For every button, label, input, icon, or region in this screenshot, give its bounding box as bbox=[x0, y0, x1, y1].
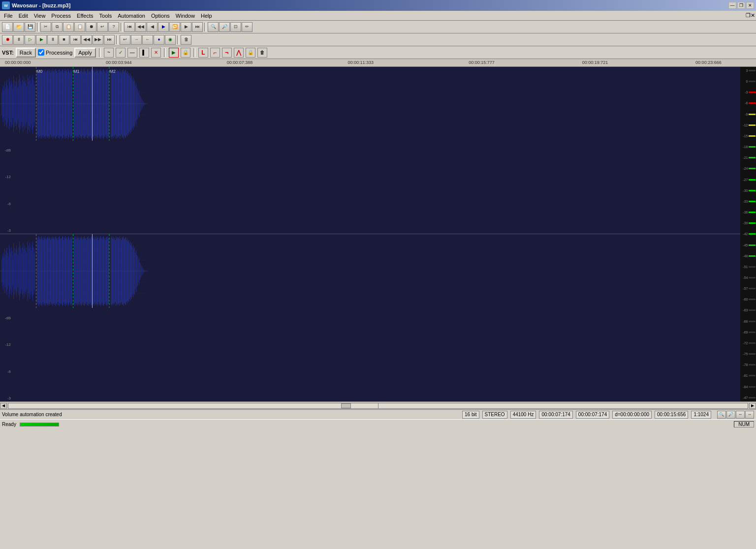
paste2-btn[interactable]: 📋 bbox=[74, 22, 85, 32]
svg-rect-90 bbox=[65, 69, 65, 139]
stop-btn[interactable]: ■ bbox=[59, 35, 69, 45]
skip-fwd-btn[interactable]: ⏭ bbox=[192, 22, 203, 32]
vst-dash-btn[interactable]: — bbox=[127, 48, 137, 58]
svg-rect-52 bbox=[37, 71, 37, 137]
svg-text:M0: M0 bbox=[36, 69, 43, 74]
scroll-right-btn[interactable]: ▶ bbox=[749, 403, 756, 409]
channel-bottom[interactable]: -3 -6 -12 -dB -12 -6 -3 bbox=[0, 234, 740, 401]
vst-lock2-btn[interactable]: 🔒 bbox=[246, 48, 255, 58]
menu-help[interactable]: Help bbox=[198, 12, 215, 20]
vst-lock-btn[interactable]: 🔒 bbox=[181, 48, 190, 58]
vst-fade3-btn[interactable]: ¬ bbox=[222, 48, 232, 58]
save-btn[interactable]: 💾 bbox=[25, 22, 35, 32]
zoom-out-btn[interactable]: 🔎 bbox=[219, 22, 230, 32]
copy-btn[interactable]: ⧉ bbox=[52, 22, 63, 32]
zoom-h-in-btn[interactable]: ↔ bbox=[745, 411, 754, 419]
loop-btn[interactable]: 🔁 bbox=[169, 22, 180, 32]
menu-file[interactable]: File bbox=[1, 12, 16, 20]
vst-check-btn[interactable]: ✓ bbox=[116, 48, 126, 58]
zoom-fit-btn[interactable]: ⊡ bbox=[230, 22, 241, 32]
loop2-btn[interactable]: ↩ bbox=[120, 35, 130, 45]
play-sel-btn[interactable]: ▶ bbox=[158, 22, 169, 32]
menu-options[interactable]: Options bbox=[148, 12, 173, 20]
svg-rect-278 bbox=[50, 238, 50, 305]
svg-rect-371 bbox=[121, 240, 122, 302]
zoom-out-btn2[interactable]: 🔍 bbox=[717, 411, 726, 419]
waveform-container[interactable]: -3 -6 -12 -dB -12 -6 -3 bbox=[0, 67, 740, 401]
menu-edit[interactable]: Edit bbox=[16, 12, 31, 20]
svg-rect-154 bbox=[115, 73, 116, 135]
vst-fade-btn[interactable]: L bbox=[198, 48, 208, 58]
vst-processing-check[interactable]: Processing bbox=[38, 49, 72, 56]
zoom-h-out-btn[interactable]: ↔ bbox=[736, 411, 745, 419]
paste-btn[interactable]: 📋 bbox=[63, 22, 74, 32]
processing-checkbox[interactable] bbox=[38, 49, 44, 56]
menu-window[interactable]: Window bbox=[173, 12, 198, 20]
menu-tools[interactable]: Tools bbox=[96, 12, 115, 20]
inner-close-button[interactable]: ✕ bbox=[751, 12, 755, 19]
restore-button[interactable]: ❐ bbox=[737, 2, 745, 9]
channel-top[interactable]: -3 -6 -12 -dB -12 -6 -3 bbox=[0, 67, 740, 234]
vst-x-btn[interactable]: ✕ bbox=[151, 48, 161, 58]
play-short-btn[interactable]: ▷ bbox=[25, 35, 35, 45]
vst-wave-btn[interactable]: ~ bbox=[104, 48, 114, 58]
menu-process[interactable]: Process bbox=[48, 12, 74, 20]
horizontal-scrollbar[interactable] bbox=[8, 403, 748, 409]
to-end-btn[interactable]: ⏭ bbox=[104, 35, 115, 45]
vst-play-btn[interactable]: ▶ bbox=[169, 48, 179, 58]
svg-rect-302 bbox=[67, 240, 68, 303]
scroll-left-btn[interactable]: ◀ bbox=[0, 403, 7, 409]
inner-restore-button[interactable]: ❐ bbox=[746, 12, 751, 19]
vu-meter: 3 0 -3 -6 -9 bbox=[740, 67, 756, 401]
scroll-center-mark bbox=[378, 403, 378, 408]
svg-rect-20 bbox=[12, 83, 12, 124]
undo-btn[interactable]: ↩ bbox=[97, 22, 108, 32]
help-btn[interactable]: ? bbox=[108, 22, 119, 32]
svg-rect-134 bbox=[99, 70, 99, 138]
to-marker-btn[interactable]: → bbox=[131, 35, 142, 45]
new-btn[interactable]: 📄 bbox=[2, 22, 13, 32]
svg-rect-146 bbox=[108, 71, 108, 136]
minimize-button[interactable]: — bbox=[728, 2, 736, 9]
vst-rack-button[interactable]: Rack bbox=[16, 48, 36, 58]
to-start-btn[interactable]: ⏮ bbox=[70, 35, 81, 45]
vst-bar-btn[interactable]: ▌ bbox=[139, 48, 149, 58]
vst-wave2-btn[interactable]: ⋀ bbox=[234, 48, 244, 58]
menu-effects[interactable]: Effects bbox=[74, 12, 96, 20]
svg-rect-228 bbox=[11, 247, 12, 295]
record-btn[interactable]: ⏺ bbox=[86, 22, 96, 32]
time-6: 00:00:23:666 bbox=[695, 60, 722, 65]
cut-btn[interactable]: ✂ bbox=[40, 22, 51, 32]
set-marker-btn[interactable]: ♦ bbox=[154, 35, 164, 45]
rec-btn[interactable]: ⏺ bbox=[2, 35, 13, 45]
marker-on-btn[interactable]: ◉ bbox=[165, 35, 176, 45]
svg-rect-54 bbox=[38, 69, 39, 139]
back-btn[interactable]: ◀◀ bbox=[81, 35, 92, 45]
pencil-btn[interactable]: ✏ bbox=[242, 22, 252, 32]
svg-rect-62 bbox=[44, 71, 45, 136]
svg-rect-32 bbox=[21, 82, 21, 126]
zoom-in-btn2[interactable]: 🔎 bbox=[726, 411, 735, 419]
ff-back-btn[interactable]: ◀◀ bbox=[135, 22, 146, 32]
prev-btn[interactable]: ◀ bbox=[147, 22, 158, 32]
close-button[interactable]: ✕ bbox=[746, 2, 754, 9]
from-marker-btn[interactable]: ← bbox=[142, 35, 153, 45]
vst-apply-button[interactable]: Apply bbox=[74, 48, 96, 58]
scroll-thumb[interactable] bbox=[341, 403, 351, 408]
pause2-btn[interactable]: ⏸ bbox=[47, 35, 58, 45]
menu-view[interactable]: View bbox=[31, 12, 49, 20]
svg-rect-266 bbox=[41, 240, 41, 303]
skip-back-btn[interactable]: ⏮ bbox=[124, 22, 135, 32]
vst-fade2-btn[interactable]: ⌐ bbox=[210, 48, 220, 58]
svg-rect-41 bbox=[28, 74, 28, 133]
pause-btn[interactable]: ⏸ bbox=[13, 35, 24, 45]
trash-btn[interactable]: 🗑 bbox=[181, 35, 191, 45]
play2-btn[interactable]: ▶ bbox=[36, 35, 47, 45]
svg-rect-111 bbox=[82, 71, 83, 137]
open-btn[interactable]: 📂 bbox=[13, 22, 24, 32]
next-btn[interactable]: ▶ bbox=[181, 22, 191, 32]
zoom-in-btn[interactable]: 🔍 bbox=[208, 22, 219, 32]
vst-trash-btn[interactable]: 🗑 bbox=[257, 48, 267, 58]
fwd-btn[interactable]: ▶▶ bbox=[93, 35, 103, 45]
menu-automation[interactable]: Automation bbox=[115, 12, 148, 20]
